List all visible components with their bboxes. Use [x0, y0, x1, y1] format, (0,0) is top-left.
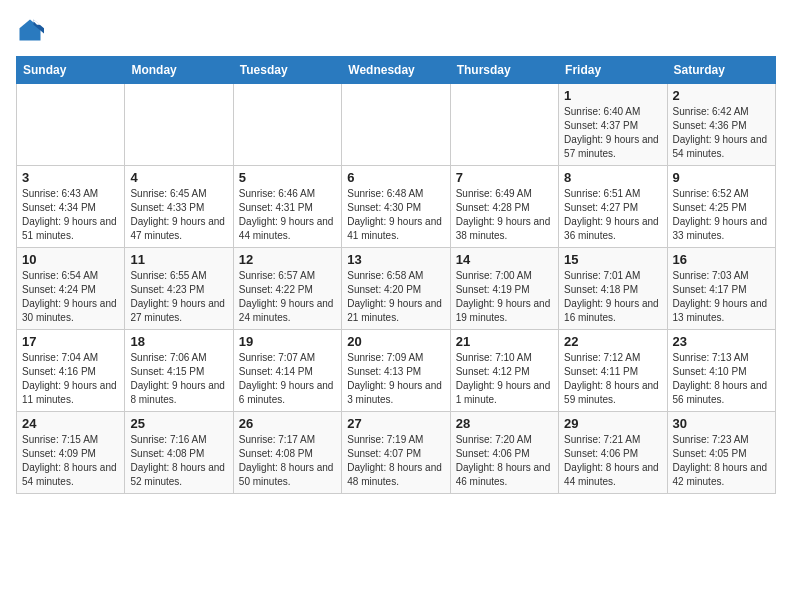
calendar-cell: 2Sunrise: 6:42 AM Sunset: 4:36 PM Daylig…: [667, 84, 775, 166]
calendar-week-5: 24Sunrise: 7:15 AM Sunset: 4:09 PM Dayli…: [17, 412, 776, 494]
calendar-cell: 3Sunrise: 6:43 AM Sunset: 4:34 PM Daylig…: [17, 166, 125, 248]
calendar-body: 1Sunrise: 6:40 AM Sunset: 4:37 PM Daylig…: [17, 84, 776, 494]
day-info: Sunrise: 7:21 AM Sunset: 4:06 PM Dayligh…: [564, 433, 661, 489]
day-info: Sunrise: 7:03 AM Sunset: 4:17 PM Dayligh…: [673, 269, 770, 325]
calendar-cell: 10Sunrise: 6:54 AM Sunset: 4:24 PM Dayli…: [17, 248, 125, 330]
calendar-cell: 4Sunrise: 6:45 AM Sunset: 4:33 PM Daylig…: [125, 166, 233, 248]
day-info: Sunrise: 6:58 AM Sunset: 4:20 PM Dayligh…: [347, 269, 444, 325]
calendar-cell: 21Sunrise: 7:10 AM Sunset: 4:12 PM Dayli…: [450, 330, 558, 412]
weekday-header-tuesday: Tuesday: [233, 57, 341, 84]
day-number: 8: [564, 170, 661, 185]
weekday-header-sunday: Sunday: [17, 57, 125, 84]
calendar-cell: 11Sunrise: 6:55 AM Sunset: 4:23 PM Dayli…: [125, 248, 233, 330]
calendar-cell: 22Sunrise: 7:12 AM Sunset: 4:11 PM Dayli…: [559, 330, 667, 412]
day-number: 28: [456, 416, 553, 431]
day-number: 10: [22, 252, 119, 267]
calendar-cell: 27Sunrise: 7:19 AM Sunset: 4:07 PM Dayli…: [342, 412, 450, 494]
day-number: 4: [130, 170, 227, 185]
day-number: 15: [564, 252, 661, 267]
day-number: 30: [673, 416, 770, 431]
calendar-header: SundayMondayTuesdayWednesdayThursdayFrid…: [17, 57, 776, 84]
day-number: 26: [239, 416, 336, 431]
day-number: 1: [564, 88, 661, 103]
day-info: Sunrise: 6:57 AM Sunset: 4:22 PM Dayligh…: [239, 269, 336, 325]
day-info: Sunrise: 6:55 AM Sunset: 4:23 PM Dayligh…: [130, 269, 227, 325]
calendar-week-3: 10Sunrise: 6:54 AM Sunset: 4:24 PM Dayli…: [17, 248, 776, 330]
day-info: Sunrise: 6:48 AM Sunset: 4:30 PM Dayligh…: [347, 187, 444, 243]
day-number: 16: [673, 252, 770, 267]
day-number: 9: [673, 170, 770, 185]
calendar-cell: 12Sunrise: 6:57 AM Sunset: 4:22 PM Dayli…: [233, 248, 341, 330]
calendar-cell: 18Sunrise: 7:06 AM Sunset: 4:15 PM Dayli…: [125, 330, 233, 412]
day-number: 13: [347, 252, 444, 267]
weekday-header-row: SundayMondayTuesdayWednesdayThursdayFrid…: [17, 57, 776, 84]
day-number: 12: [239, 252, 336, 267]
day-number: 23: [673, 334, 770, 349]
day-number: 14: [456, 252, 553, 267]
logo-icon: [16, 16, 44, 44]
calendar-cell: 14Sunrise: 7:00 AM Sunset: 4:19 PM Dayli…: [450, 248, 558, 330]
calendar-cell: [233, 84, 341, 166]
calendar-week-2: 3Sunrise: 6:43 AM Sunset: 4:34 PM Daylig…: [17, 166, 776, 248]
day-info: Sunrise: 7:16 AM Sunset: 4:08 PM Dayligh…: [130, 433, 227, 489]
day-number: 19: [239, 334, 336, 349]
day-info: Sunrise: 7:13 AM Sunset: 4:10 PM Dayligh…: [673, 351, 770, 407]
weekday-header-wednesday: Wednesday: [342, 57, 450, 84]
calendar-cell: 16Sunrise: 7:03 AM Sunset: 4:17 PM Dayli…: [667, 248, 775, 330]
day-number: 3: [22, 170, 119, 185]
calendar-cell: 25Sunrise: 7:16 AM Sunset: 4:08 PM Dayli…: [125, 412, 233, 494]
calendar-cell: 9Sunrise: 6:52 AM Sunset: 4:25 PM Daylig…: [667, 166, 775, 248]
day-info: Sunrise: 7:19 AM Sunset: 4:07 PM Dayligh…: [347, 433, 444, 489]
day-info: Sunrise: 7:15 AM Sunset: 4:09 PM Dayligh…: [22, 433, 119, 489]
calendar-cell: 15Sunrise: 7:01 AM Sunset: 4:18 PM Dayli…: [559, 248, 667, 330]
day-info: Sunrise: 7:07 AM Sunset: 4:14 PM Dayligh…: [239, 351, 336, 407]
day-info: Sunrise: 7:09 AM Sunset: 4:13 PM Dayligh…: [347, 351, 444, 407]
weekday-header-saturday: Saturday: [667, 57, 775, 84]
calendar-cell: 20Sunrise: 7:09 AM Sunset: 4:13 PM Dayli…: [342, 330, 450, 412]
day-number: 6: [347, 170, 444, 185]
calendar-cell: 13Sunrise: 6:58 AM Sunset: 4:20 PM Dayli…: [342, 248, 450, 330]
calendar-cell: [342, 84, 450, 166]
calendar-cell: 7Sunrise: 6:49 AM Sunset: 4:28 PM Daylig…: [450, 166, 558, 248]
calendar-week-4: 17Sunrise: 7:04 AM Sunset: 4:16 PM Dayli…: [17, 330, 776, 412]
calendar-cell: [125, 84, 233, 166]
logo: [16, 16, 48, 44]
calendar-cell: 6Sunrise: 6:48 AM Sunset: 4:30 PM Daylig…: [342, 166, 450, 248]
day-number: 24: [22, 416, 119, 431]
day-info: Sunrise: 6:49 AM Sunset: 4:28 PM Dayligh…: [456, 187, 553, 243]
calendar-cell: 19Sunrise: 7:07 AM Sunset: 4:14 PM Dayli…: [233, 330, 341, 412]
calendar-cell: 29Sunrise: 7:21 AM Sunset: 4:06 PM Dayli…: [559, 412, 667, 494]
day-number: 21: [456, 334, 553, 349]
day-info: Sunrise: 7:01 AM Sunset: 4:18 PM Dayligh…: [564, 269, 661, 325]
calendar-cell: 26Sunrise: 7:17 AM Sunset: 4:08 PM Dayli…: [233, 412, 341, 494]
day-info: Sunrise: 6:54 AM Sunset: 4:24 PM Dayligh…: [22, 269, 119, 325]
day-info: Sunrise: 6:40 AM Sunset: 4:37 PM Dayligh…: [564, 105, 661, 161]
calendar-cell: 24Sunrise: 7:15 AM Sunset: 4:09 PM Dayli…: [17, 412, 125, 494]
day-info: Sunrise: 6:51 AM Sunset: 4:27 PM Dayligh…: [564, 187, 661, 243]
day-info: Sunrise: 6:46 AM Sunset: 4:31 PM Dayligh…: [239, 187, 336, 243]
calendar-cell: 23Sunrise: 7:13 AM Sunset: 4:10 PM Dayli…: [667, 330, 775, 412]
day-info: Sunrise: 6:43 AM Sunset: 4:34 PM Dayligh…: [22, 187, 119, 243]
day-number: 29: [564, 416, 661, 431]
page-header: [16, 16, 776, 44]
calendar-week-1: 1Sunrise: 6:40 AM Sunset: 4:37 PM Daylig…: [17, 84, 776, 166]
day-info: Sunrise: 7:12 AM Sunset: 4:11 PM Dayligh…: [564, 351, 661, 407]
calendar-cell: 5Sunrise: 6:46 AM Sunset: 4:31 PM Daylig…: [233, 166, 341, 248]
calendar-cell: 8Sunrise: 6:51 AM Sunset: 4:27 PM Daylig…: [559, 166, 667, 248]
day-info: Sunrise: 7:23 AM Sunset: 4:05 PM Dayligh…: [673, 433, 770, 489]
day-number: 17: [22, 334, 119, 349]
day-number: 2: [673, 88, 770, 103]
day-info: Sunrise: 7:20 AM Sunset: 4:06 PM Dayligh…: [456, 433, 553, 489]
day-info: Sunrise: 6:45 AM Sunset: 4:33 PM Dayligh…: [130, 187, 227, 243]
day-number: 27: [347, 416, 444, 431]
day-number: 18: [130, 334, 227, 349]
day-info: Sunrise: 7:10 AM Sunset: 4:12 PM Dayligh…: [456, 351, 553, 407]
day-number: 7: [456, 170, 553, 185]
weekday-header-friday: Friday: [559, 57, 667, 84]
calendar-cell: [450, 84, 558, 166]
day-info: Sunrise: 7:06 AM Sunset: 4:15 PM Dayligh…: [130, 351, 227, 407]
calendar-table: SundayMondayTuesdayWednesdayThursdayFrid…: [16, 56, 776, 494]
day-number: 5: [239, 170, 336, 185]
calendar-cell: 30Sunrise: 7:23 AM Sunset: 4:05 PM Dayli…: [667, 412, 775, 494]
weekday-header-thursday: Thursday: [450, 57, 558, 84]
